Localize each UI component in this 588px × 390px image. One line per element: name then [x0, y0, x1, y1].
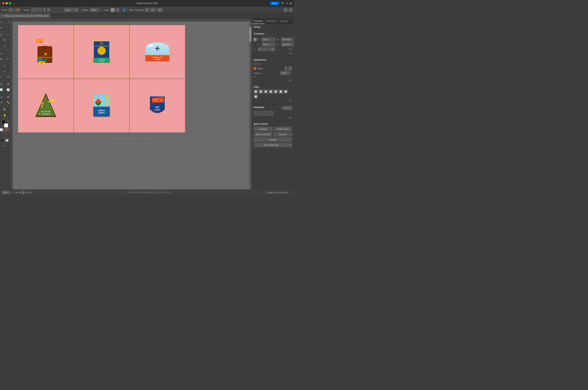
puppet-tool[interactable]: ⊕	[0, 82, 5, 87]
stroke-icon[interactable]	[254, 67, 256, 70]
page-number-input[interactable]	[21, 191, 25, 194]
mesh-tool[interactable]: ⊞	[5, 94, 10, 99]
w-input[interactable]	[281, 38, 294, 42]
none-mode-btn[interactable]	[7, 128, 10, 131]
save-as-symbol-button[interactable]: Save as Symbol	[254, 132, 272, 137]
white-bg-btn[interactable]	[5, 138, 9, 143]
align-bottom-edge[interactable]: ⬜	[279, 89, 283, 94]
tab-properties[interactable]: Properties	[252, 18, 265, 24]
start-global-edit-dropdown[interactable]: ▾	[289, 143, 292, 147]
stroke-options[interactable]: ▾	[47, 8, 51, 12]
maximize-button[interactable]	[9, 2, 11, 4]
style-box[interactable]	[111, 8, 115, 12]
transform-grid-icon[interactable]	[254, 37, 256, 42]
measure-tool[interactable]: 📏	[5, 100, 10, 105]
panels-btn[interactable]: ⊞	[284, 8, 288, 12]
paintbrush-tool[interactable]: 🖌	[0, 56, 5, 61]
graph-tool[interactable]: 📊	[0, 87, 5, 92]
warp-tool[interactable]: ⌊	[0, 74, 5, 80]
recolor-button[interactable]: Recolor	[273, 132, 292, 137]
distribute-v[interactable]: ⬜	[254, 94, 258, 99]
next-page-btn[interactable]: ▶	[26, 191, 28, 194]
align-right-edge[interactable]: ⬜	[264, 89, 268, 94]
intersect-btn[interactable]: ⬛	[264, 111, 268, 115]
h-input[interactable]	[281, 43, 294, 47]
tool-arrow-right[interactable]: ›	[289, 191, 290, 194]
arrange-button[interactable]: Arrange	[254, 138, 292, 142]
tool-arrow-left[interactable]: ‹	[291, 191, 292, 194]
style-options[interactable]: ▾	[116, 8, 119, 12]
fill-icon[interactable]	[254, 63, 256, 65]
gradient-tool[interactable]: ⬡	[0, 94, 5, 99]
more-tools[interactable]: ⊞ ▾	[157, 8, 163, 12]
basic-select[interactable]: Basic	[64, 8, 78, 12]
start-global-edit-button[interactable]: Start Global Edit	[254, 143, 289, 147]
more-tools-btn[interactable]: •••	[3, 144, 6, 147]
expand-button[interactable]: Expand	[282, 106, 292, 110]
grid-icon[interactable]: ⊞	[286, 2, 288, 5]
last-page-btn[interactable]: ▶|	[29, 191, 32, 194]
type-tool[interactable]: T	[1, 38, 8, 43]
stroke-mode-btn[interactable]	[3, 128, 6, 131]
y-input[interactable]	[261, 43, 275, 47]
tool-selector[interactable]: ? ▾	[8, 8, 13, 12]
align-left-edge[interactable]: ⬜	[254, 89, 258, 94]
artboard-tool[interactable]	[3, 132, 7, 136]
flag-btn[interactable]: ⚑ ▾	[15, 8, 20, 12]
vertical-scrollbar[interactable]	[249, 21, 251, 190]
transform-options[interactable]: ⊡ ▾	[150, 8, 156, 12]
globe-icon[interactable]: 🌐	[123, 8, 126, 11]
stroke-options-btn[interactable]: ▾	[289, 66, 292, 70]
panel-icon[interactable]: ▣	[290, 2, 292, 5]
rotate-tool[interactable]: ↻	[1, 63, 8, 68]
file-tab[interactable]: ✕ FileInfo.com Example.ait @ 15 % (RGB/P…	[0, 13, 51, 18]
eyedropper-tool[interactable]: ✦	[0, 100, 5, 105]
stroke-up[interactable]: ▲	[43, 8, 46, 10]
opacity-arrow[interactable]: ›	[101, 8, 101, 11]
minimize-button[interactable]	[5, 2, 8, 4]
close-button[interactable]	[2, 2, 4, 4]
align-center-h[interactable]: ⬜	[259, 89, 263, 94]
grid-tool[interactable]: ⊞	[5, 82, 10, 87]
minus-front-btn[interactable]: ⬛	[259, 111, 263, 115]
flip-v-icon[interactable]: ⇅	[290, 48, 292, 51]
artboard-first-class[interactable]: ✈ FIRST-CLASSTRAVEL	[130, 25, 185, 79]
artboard-key[interactable]: 7 ✦ KEY TO THE HAPPINESS 🔑	[18, 79, 73, 133]
x-input[interactable]	[261, 38, 275, 42]
angle-dropdown[interactable]: °	[269, 47, 275, 51]
distribute-h[interactable]: ⬜	[284, 89, 288, 94]
scale-tool[interactable]: ⤡	[1, 69, 8, 74]
artboard-beach[interactable]: BEACHHAPPY	[74, 79, 129, 133]
lasso-tool[interactable]: ⌒	[5, 25, 10, 30]
exclude-btn[interactable]: ⬛	[269, 111, 274, 115]
align-options[interactable]: ⊞	[145, 8, 149, 12]
zoom-tool[interactable]: 🔍	[1, 107, 8, 112]
stroke-up-btn[interactable]: ▲	[285, 67, 287, 68]
free-transform[interactable]: ⊡	[5, 74, 10, 80]
share-button[interactable]: Share	[270, 2, 279, 5]
fill-mode-btn[interactable]	[0, 128, 3, 131]
tab-comments[interactable]: Comments	[265, 18, 278, 24]
unite-btn[interactable]: ⬛	[254, 111, 258, 115]
angle-input[interactable]	[258, 47, 268, 51]
prev-page-btn[interactable]: ◀	[18, 191, 20, 194]
ungroup-button[interactable]: Ungroup	[254, 127, 272, 131]
ellipse-tool[interactable]: ○	[5, 50, 10, 56]
transform-more-btn[interactable]: •••	[254, 51, 292, 55]
opacity-input[interactable]	[90, 8, 99, 12]
chart-icon[interactable]: 📈	[5, 87, 10, 92]
opacity-value-input[interactable]	[280, 71, 290, 75]
stroke-color[interactable]	[4, 123, 8, 128]
selection-tool[interactable]: ↖	[0, 20, 5, 25]
home-icon[interactable]: ⌂	[13, 2, 15, 5]
zoom-input[interactable]	[2, 191, 10, 194]
hand-tool[interactable]: ✋	[1, 112, 8, 118]
swap-colors-icon[interactable]: ⇄	[7, 120, 8, 122]
reset-colors-icon[interactable]: ↺	[1, 126, 2, 128]
align-more-btn[interactable]: •••	[254, 99, 292, 103]
align-top-edge[interactable]: ⬜	[269, 89, 273, 94]
pen-tool[interactable]: ✒	[0, 32, 5, 38]
direct-selection-tool[interactable]: ↗	[5, 20, 10, 25]
align-center-v[interactable]: ⬜	[274, 89, 278, 94]
search-icon[interactable]: 🔍	[282, 2, 284, 5]
